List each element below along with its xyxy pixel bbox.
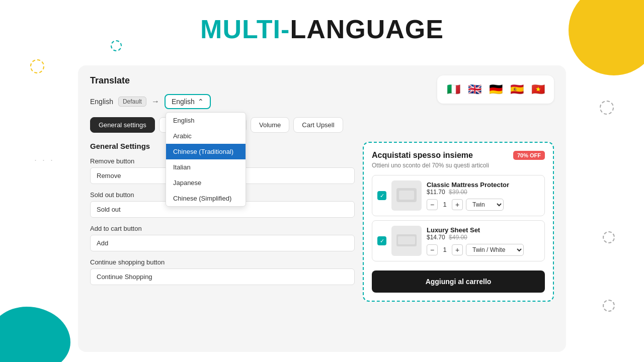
- main-container: Translate English Default → English ⌃ En…: [78, 65, 566, 352]
- dropdown-item-chinese-traditional[interactable]: Chinese (Traditional): [166, 144, 246, 159]
- flag-italian[interactable]: 🇮🇹: [444, 80, 462, 99]
- qty-decrease-1[interactable]: −: [427, 199, 438, 210]
- product-price-1: $11.70: [427, 189, 445, 196]
- deco-teal-blob: [0, 307, 70, 362]
- product-item-2: Luxury Sheet Set $14.70 $49.00 − 1 + Twi…: [372, 220, 545, 261]
- content-split: General Settings Remove button Sold out …: [90, 142, 554, 302]
- selected-language-label: English: [172, 98, 195, 106]
- svg-rect-3: [398, 236, 415, 244]
- field-input-add-to-cart[interactable]: [90, 235, 355, 251]
- dropdown-item-japanese[interactable]: Japanese: [166, 175, 246, 191]
- dropdown-chevron-icon: ⌃: [198, 98, 204, 106]
- deco-dot-circle-3: [600, 101, 614, 115]
- product-info-2: Luxury Sheet Set $14.70 $49.00 − 1 + Twi…: [427, 226, 539, 256]
- deco-dot-circle-5: [603, 300, 615, 312]
- field-label-add-to-cart: Add to cart button: [90, 225, 355, 232]
- lang-arrow: →: [151, 97, 159, 106]
- title-colored-part: MULTI-: [200, 15, 290, 44]
- dropdown-item-english[interactable]: English: [166, 113, 246, 128]
- field-group-add-to-cart: Add to cart button: [90, 225, 355, 251]
- variant-select-1[interactable]: Twin Full Queen King: [466, 199, 504, 211]
- preview-panel: Acquistati spesso insieme 70% OFF Ottien…: [363, 142, 554, 302]
- flag-german[interactable]: 🇩🇪: [487, 80, 505, 99]
- add-to-cart-button[interactable]: Aggiungi al carrello: [372, 270, 545, 293]
- product-image-1: [391, 180, 422, 211]
- default-badge: Default: [118, 97, 146, 107]
- preview-card-title: Acquistati spesso insieme: [372, 151, 473, 160]
- dropdown-item-chinese-simplified[interactable]: Chinese (Simplified): [166, 191, 246, 206]
- field-group-continue-shopping: Continue shopping button: [90, 258, 355, 285]
- language-dropdown-menu: English Arabic Chinese (Traditional) Ita…: [166, 112, 246, 207]
- deco-dot-circle-6: [603, 231, 615, 243]
- flag-spanish[interactable]: 🇪🇸: [508, 80, 526, 99]
- tab-volume[interactable]: Volume: [251, 117, 289, 133]
- deco-dot-circle-2: [30, 59, 44, 73]
- svg-rect-1: [399, 191, 414, 200]
- discount-badge: 70% OFF: [513, 151, 545, 160]
- tab-cart-upsell[interactable]: Cart Upsell: [293, 117, 343, 133]
- field-input-continue-shopping[interactable]: [90, 268, 355, 285]
- product-controls-2: − 1 + Twin / White Full / White Queen / …: [427, 244, 539, 256]
- preview-card-header: Acquistati spesso insieme 70% OFF: [372, 151, 545, 160]
- product-item-1: Classic Mattress Protector $11.70 $39.00…: [372, 175, 545, 216]
- qty-decrease-2[interactable]: −: [427, 244, 438, 255]
- variant-select-2[interactable]: Twin / White Full / White Queen / White: [466, 244, 524, 256]
- product-info-1: Classic Mattress Protector $11.70 $39.00…: [427, 181, 539, 211]
- page-title: MULTI-LANGUAGE: [0, 0, 644, 53]
- title-dark-part: LANGUAGE: [290, 15, 444, 44]
- product-name-2: Luxury Sheet Set: [427, 226, 539, 234]
- qty-increase-1[interactable]: +: [452, 199, 463, 210]
- qty-increase-2[interactable]: +: [452, 244, 463, 255]
- language-dropdown[interactable]: English ⌃ English Arabic Chinese (Tradit…: [165, 94, 211, 109]
- product-price-2: $14.70: [427, 234, 445, 241]
- product-prices-2: $14.70 $49.00: [427, 234, 539, 241]
- tabs-row: General settings Cross-sell Bundle Volum…: [90, 117, 554, 133]
- product-controls-1: − 1 + Twin Full Queen King: [427, 199, 539, 211]
- product-name-1: Classic Mattress Protector: [427, 181, 539, 189]
- product-checkbox-2[interactable]: [377, 236, 386, 245]
- field-label-continue-shopping: Continue shopping button: [90, 258, 355, 266]
- dropdown-item-italian[interactable]: Italian: [166, 159, 246, 175]
- deco-dots: · · ·: [34, 155, 54, 165]
- product-prices-1: $11.70 $39.00: [427, 189, 539, 196]
- deco-yellow-circle: [569, 0, 644, 75]
- tab-general-settings[interactable]: General settings: [90, 117, 155, 133]
- product-original-price-2: $49.00: [449, 234, 467, 241]
- product-checkbox-1[interactable]: [377, 191, 386, 200]
- qty-value-2: 1: [441, 246, 449, 253]
- product-original-price-1: $39.00: [449, 189, 467, 196]
- flag-vietnamese[interactable]: 🇻🇳: [529, 80, 547, 99]
- flag-english[interactable]: 🇬🇧: [465, 80, 484, 99]
- qty-value-1: 1: [441, 201, 449, 208]
- source-language: English: [90, 98, 113, 106]
- preview-card: Acquistati spesso insieme 70% OFF Ottien…: [363, 142, 554, 302]
- flag-row: 🇮🇹 🇬🇧 🇩🇪 🇪🇸 🇻🇳: [437, 75, 554, 104]
- dropdown-item-arabic[interactable]: Arabic: [166, 128, 246, 144]
- deco-dot-circle-1: [111, 40, 122, 51]
- preview-subtitle: Ottieni uno sconto del 70% su questi art…: [372, 162, 545, 169]
- product-image-2: [391, 226, 422, 256]
